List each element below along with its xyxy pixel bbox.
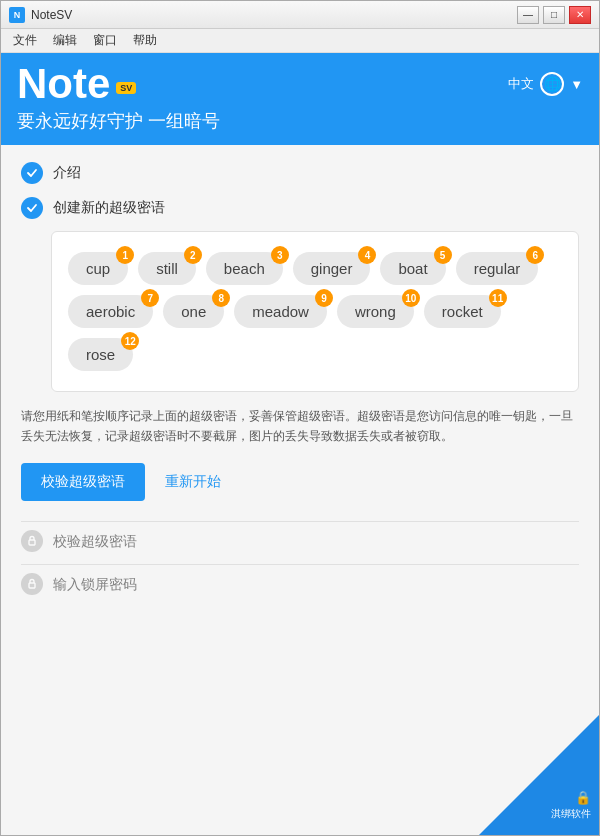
step-icon-verify-disabled bbox=[21, 530, 43, 552]
dropdown-icon[interactable]: ▼ bbox=[570, 77, 583, 92]
step-lockscreen-disabled-label: 输入锁屏密码 bbox=[53, 573, 137, 595]
step-verify-disabled-label: 校验超级密语 bbox=[53, 530, 137, 552]
divider-1 bbox=[21, 521, 579, 522]
step-lockscreen-disabled: 输入锁屏密码 bbox=[21, 573, 579, 595]
word-regular: regular 6 bbox=[456, 252, 539, 285]
word-still: still 2 bbox=[138, 252, 196, 285]
app-icon: N bbox=[9, 7, 25, 23]
window-title: NoteSV bbox=[31, 8, 72, 22]
sv-badge: SV bbox=[116, 82, 136, 94]
divider-2 bbox=[21, 564, 579, 565]
step-icon-create bbox=[21, 197, 43, 219]
svg-rect-0 bbox=[29, 540, 35, 545]
step-create: 创建新的超级密语 bbox=[21, 196, 579, 219]
close-button[interactable]: ✕ bbox=[569, 6, 591, 24]
svg-rect-1 bbox=[29, 583, 35, 588]
action-buttons: 校验超级密语 重新开始 bbox=[21, 463, 579, 501]
word-aerobic: aerobic 7 bbox=[68, 295, 153, 328]
word-one: one 8 bbox=[163, 295, 224, 328]
globe-icon[interactable]: 🌐 bbox=[540, 72, 564, 96]
word-grid-box: cup 1 still 2 beach 3 ginger 4 boat 5 bbox=[51, 231, 579, 392]
app-title: Note bbox=[17, 63, 110, 105]
word-wrong: wrong 10 bbox=[337, 295, 414, 328]
step-intro: 介绍 bbox=[21, 161, 579, 184]
lang-label: 中文 bbox=[508, 75, 534, 93]
restart-button[interactable]: 重新开始 bbox=[165, 473, 221, 491]
header-right: 中文 🌐 ▼ bbox=[508, 72, 583, 96]
step-verify-disabled: 校验超级密语 bbox=[21, 530, 579, 552]
word-rose: rose 12 bbox=[68, 338, 133, 371]
title-bar: N NoteSV — □ ✕ bbox=[1, 1, 599, 29]
step-create-label: 创建新的超级密语 bbox=[53, 196, 165, 218]
window: N NoteSV — □ ✕ 文件 编辑 窗口 帮助 Note SV 中文 🌐 … bbox=[0, 0, 600, 836]
word-beach: beach 3 bbox=[206, 252, 283, 285]
maximize-button[interactable]: □ bbox=[543, 6, 565, 24]
step-icon-lockscreen-disabled bbox=[21, 573, 43, 595]
title-bar-left: N NoteSV bbox=[9, 7, 72, 23]
word-cup: cup 1 bbox=[68, 252, 128, 285]
menu-bar: 文件 编辑 窗口 帮助 bbox=[1, 29, 599, 53]
watermark-text: 淇绑软件 bbox=[551, 807, 591, 821]
menu-edit[interactable]: 编辑 bbox=[45, 30, 85, 51]
description-text: 请您用纸和笔按顺序记录上面的超级密语，妥善保管超级密语。超级密语是您访问信息的唯… bbox=[21, 406, 579, 447]
window-controls: — □ ✕ bbox=[517, 6, 591, 24]
step-intro-label: 介绍 bbox=[53, 161, 81, 183]
word-meadow: meadow 9 bbox=[234, 295, 327, 328]
verify-button[interactable]: 校验超级密语 bbox=[21, 463, 145, 501]
main-content: 介绍 创建新的超级密语 cup 1 still 2 bbox=[1, 145, 599, 835]
header-subtitle: 要永远好好守护 一组暗号 bbox=[17, 109, 583, 133]
header-top: Note SV 中文 🌐 ▼ bbox=[17, 63, 583, 105]
app-logo: Note SV bbox=[17, 63, 136, 105]
app-header: Note SV 中文 🌐 ▼ 要永远好好守护 一组暗号 bbox=[1, 53, 599, 145]
minimize-button[interactable]: — bbox=[517, 6, 539, 24]
word-boat: boat 5 bbox=[380, 252, 445, 285]
word-ginger: ginger 4 bbox=[293, 252, 371, 285]
menu-help[interactable]: 帮助 bbox=[125, 30, 165, 51]
menu-file[interactable]: 文件 bbox=[5, 30, 45, 51]
word-grid: cup 1 still 2 beach 3 ginger 4 boat 5 bbox=[68, 252, 562, 371]
step-icon-intro bbox=[21, 162, 43, 184]
menu-window[interactable]: 窗口 bbox=[85, 30, 125, 51]
word-rocket: rocket 11 bbox=[424, 295, 501, 328]
